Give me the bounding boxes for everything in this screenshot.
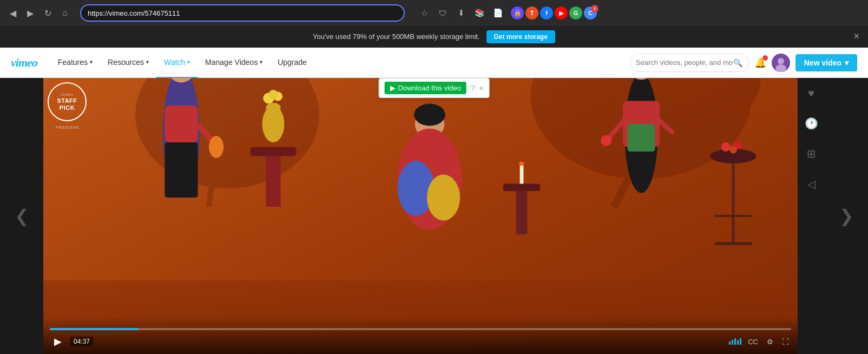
banner-close-button[interactable]: × bbox=[853, 31, 859, 42]
right-sidebar: ♥ 🕐 ⊞ ◁ bbox=[798, 78, 825, 354]
settings-button[interactable]: ⚙ bbox=[765, 337, 775, 347]
volume-bars bbox=[729, 338, 741, 345]
right-nav: ❯ bbox=[825, 78, 868, 354]
download-play-icon: ▶ bbox=[390, 84, 396, 92]
play-icon: ▶ bbox=[54, 336, 62, 348]
share-button[interactable]: ◁ bbox=[801, 174, 821, 194]
pick-label: PICK bbox=[60, 104, 75, 111]
nav-manage-label: Manage Videos bbox=[205, 58, 258, 67]
vol-bar-5 bbox=[740, 338, 741, 345]
vol-bar-2 bbox=[732, 340, 733, 345]
nav-upgrade[interactable]: Upgrade bbox=[270, 48, 314, 78]
download-video-button[interactable]: ▶ Download this video bbox=[385, 82, 466, 94]
premiere-label: PREMIERE bbox=[43, 126, 92, 129]
vol-bar-3 bbox=[734, 338, 736, 345]
extension-icons: 🔒 T f ▶ G C 7 bbox=[511, 6, 597, 19]
search-button[interactable]: 🔍 bbox=[733, 58, 742, 67]
svg-rect-36 bbox=[520, 166, 524, 184]
address-bar[interactable] bbox=[80, 4, 405, 22]
layers-icon: ⊞ bbox=[807, 147, 816, 160]
video-controls: ▶ 04:37 CC ⚙ ⛶ bbox=[43, 317, 798, 354]
like-button[interactable]: ♥ bbox=[801, 83, 821, 103]
svg-point-52 bbox=[729, 146, 737, 154]
avatar[interactable] bbox=[772, 54, 790, 72]
svg-rect-34 bbox=[516, 188, 527, 234]
prev-video-button[interactable]: ❮ bbox=[9, 203, 35, 229]
play-button[interactable]: ▶ bbox=[50, 333, 66, 350]
svg-point-1 bbox=[778, 58, 784, 64]
svg-point-28 bbox=[269, 90, 278, 99]
get-storage-button[interactable]: Get more storage bbox=[486, 30, 555, 43]
nav-upgrade-label: Upgrade bbox=[278, 58, 307, 67]
settings-icon: ⚙ bbox=[767, 338, 773, 346]
search-input[interactable] bbox=[636, 58, 733, 67]
collections-button[interactable]: ⊞ bbox=[801, 144, 821, 163]
reload-button[interactable]: ↻ bbox=[40, 5, 55, 21]
back-button[interactable]: ◀ bbox=[5, 5, 21, 21]
vol-bar-1 bbox=[729, 342, 731, 345]
browser-nav-buttons: ◀ ▶ ↻ ⌂ bbox=[5, 5, 73, 21]
bookmark-icon[interactable]: ☆ bbox=[417, 5, 432, 21]
svg-rect-21 bbox=[165, 142, 198, 198]
browser-icons: ☆ 🛡 ⬇ 📚 📄 bbox=[417, 5, 505, 21]
nav-features-label: Features bbox=[58, 58, 88, 67]
svg-rect-16 bbox=[165, 106, 198, 142]
download-close-button[interactable]: × bbox=[479, 84, 483, 93]
notification-bell-button[interactable]: 🔔 bbox=[754, 57, 766, 69]
cc-button[interactable]: CC bbox=[746, 337, 760, 347]
svg-rect-40 bbox=[628, 124, 655, 152]
svg-rect-35 bbox=[503, 184, 540, 192]
svg-point-30 bbox=[414, 104, 445, 126]
ext-icon-3[interactable]: f bbox=[540, 6, 553, 19]
resources-chevron-icon: ▾ bbox=[146, 59, 149, 65]
nav-watch-label: Watch bbox=[164, 58, 185, 67]
download-manager-icon[interactable]: ⬇ bbox=[453, 5, 469, 21]
staff-pick-vimeo-label: vimeo bbox=[61, 93, 74, 96]
svg-point-44 bbox=[601, 135, 611, 146]
bookmarks-icon[interactable]: 📚 bbox=[472, 5, 487, 21]
vimeo-logo[interactable]: vimeo bbox=[11, 56, 37, 70]
forward-button[interactable]: ▶ bbox=[23, 5, 38, 21]
new-video-button[interactable]: New video ▾ bbox=[795, 54, 857, 71]
watch-later-button[interactable]: 🕐 bbox=[801, 114, 821, 133]
staff-pick-circle: vimeo STAFF PICK bbox=[48, 82, 87, 121]
svg-point-2 bbox=[775, 64, 786, 72]
staff-label: STAFF bbox=[57, 97, 77, 104]
nav-resources[interactable]: Resources ▾ bbox=[100, 48, 156, 78]
ext-icon-5[interactable]: G bbox=[569, 6, 582, 19]
ext-icon-1[interactable]: 🔒 bbox=[511, 6, 524, 19]
vol-bar-4 bbox=[737, 340, 739, 345]
main-content: ❮ vimeo STAFF PICK PREMIERE bbox=[0, 78, 868, 354]
nav-watch[interactable]: Watch ▾ bbox=[156, 48, 198, 78]
svg-point-50 bbox=[721, 142, 731, 152]
browser-chrome: ◀ ▶ ↻ ⌂ ☆ 🛡 ⬇ 📚 📄 🔒 T f ▶ G C 7 bbox=[0, 0, 868, 26]
nav-menu: Features ▾ Resources ▾ Watch ▾ Manage Vi… bbox=[50, 48, 314, 78]
header-right: 🔍 🔔 New video ▾ bbox=[630, 54, 857, 72]
ext-icon-6[interactable]: C 7 bbox=[584, 6, 597, 19]
svg-rect-23 bbox=[251, 147, 297, 156]
next-video-button[interactable]: ❯ bbox=[833, 203, 859, 229]
cc-label: CC bbox=[748, 338, 758, 346]
progress-bar[interactable] bbox=[50, 328, 791, 330]
staff-pick-text: STAFF PICK bbox=[57, 97, 77, 110]
send-icon: ◁ bbox=[807, 178, 816, 191]
home-button[interactable]: ⌂ bbox=[57, 5, 73, 21]
video-thumbnail bbox=[43, 78, 798, 354]
fullscreen-button[interactable]: ⛶ bbox=[780, 337, 791, 347]
extension-shield-icon[interactable]: 🛡 bbox=[435, 5, 450, 21]
ext-icon-2[interactable]: T bbox=[525, 6, 538, 19]
nav-features[interactable]: Features ▾ bbox=[50, 48, 100, 78]
svg-point-33 bbox=[427, 175, 460, 221]
banner-message: You've used 79% of your 500MB weekly sto… bbox=[313, 32, 479, 41]
fullscreen-icon: ⛶ bbox=[782, 338, 789, 346]
controls-row: ▶ 04:37 CC ⚙ ⛶ bbox=[50, 333, 791, 350]
manage-chevron-icon: ▾ bbox=[260, 59, 262, 65]
ext-icon-4[interactable]: ▶ bbox=[555, 6, 568, 19]
nav-resources-label: Resources bbox=[108, 58, 144, 67]
reader-icon[interactable]: 📄 bbox=[490, 5, 505, 21]
nav-manage-videos[interactable]: Manage Videos ▾ bbox=[198, 48, 270, 78]
download-help-icon[interactable]: ? bbox=[471, 84, 475, 92]
new-video-chevron-icon: ▾ bbox=[845, 58, 849, 67]
address-bar-container bbox=[80, 4, 405, 22]
time-display: 04:37 bbox=[70, 337, 93, 346]
